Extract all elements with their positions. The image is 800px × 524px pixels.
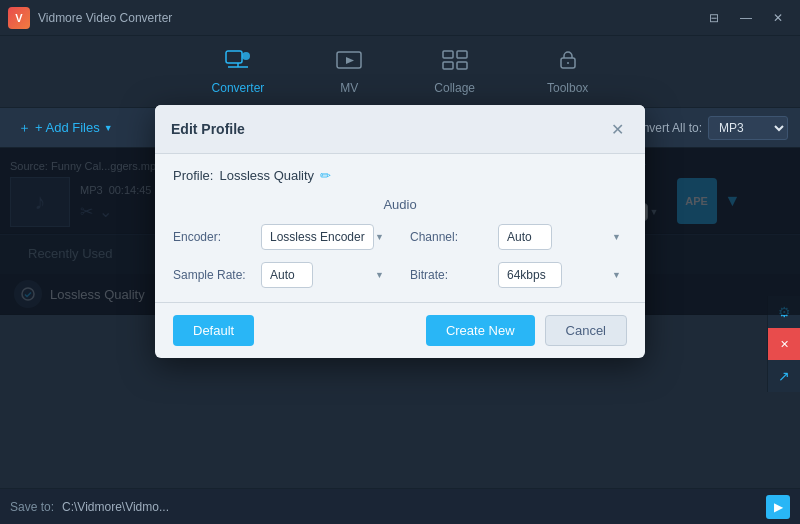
converter-icon	[225, 49, 251, 77]
bottom-bar: Save to: C:\Vidmore\Vidmo... ▶	[0, 488, 800, 524]
modal-title: Edit Profile	[171, 121, 245, 137]
side-close-button[interactable]: ✕	[768, 328, 800, 360]
mv-icon	[336, 49, 362, 77]
form-grid: Encoder: Lossless Encoder MP3 AAC FLAC C…	[173, 224, 627, 288]
save-path: C:\Vidmore\Vidmo...	[62, 500, 758, 514]
encoder-row: Encoder: Lossless Encoder MP3 AAC FLAC	[173, 224, 390, 250]
convert-start-button[interactable]: ▶	[766, 495, 790, 519]
app-logo: V	[8, 7, 30, 29]
nav-converter-label: Converter	[212, 81, 265, 95]
cancel-button[interactable]: Cancel	[545, 315, 627, 346]
convert-all-section: Convert All to: MP3 APE FLAC AAC	[627, 116, 788, 140]
bitrate-label: Bitrate:	[410, 268, 490, 282]
modal-overlay: Edit Profile ✕ Profile: Lossless Quality…	[0, 148, 800, 315]
add-files-button[interactable]: ＋ + Add Files ▼	[12, 115, 119, 141]
nav-collage[interactable]: Collage	[418, 43, 491, 101]
minimize-button[interactable]: ⊟	[700, 8, 728, 28]
profile-edit-icon[interactable]: ✏	[320, 168, 331, 183]
export-icon: ↗	[778, 368, 790, 384]
nav-toolbox-label: Toolbox	[547, 81, 588, 95]
modal-footer: Default Create New Cancel	[155, 302, 645, 358]
channel-row: Channel: Auto Mono Stereo	[410, 224, 627, 250]
title-bar-left: V Vidmore Video Converter	[8, 7, 172, 29]
svg-marker-5	[346, 57, 354, 64]
profile-row: Profile: Lossless Quality ✏	[173, 168, 627, 183]
svg-rect-8	[443, 62, 453, 69]
encoder-label: Encoder:	[173, 230, 253, 244]
modal-body: Profile: Lossless Quality ✏ Audio Encode…	[155, 154, 645, 302]
profile-label: Profile:	[173, 168, 213, 183]
section-audio-label: Audio	[173, 197, 627, 212]
export-icon-button[interactable]: ↗	[768, 360, 800, 392]
channel-select[interactable]: Auto Mono Stereo	[498, 224, 552, 250]
sample-rate-label: Sample Rate:	[173, 268, 253, 282]
nav-mv-label: MV	[340, 81, 358, 95]
close-x-icon: ✕	[780, 338, 789, 351]
main-content: Source: Funny Cal...ggers.mp3 ⓘ ♪ MP3 00…	[0, 148, 800, 315]
dropdown-arrow-icon: ▼	[104, 123, 113, 133]
modal-close-button[interactable]: ✕	[605, 117, 629, 141]
convert-all-select[interactable]: MP3 APE FLAC AAC	[708, 116, 788, 140]
modal-header: Edit Profile ✕	[155, 105, 645, 154]
window-controls: ⊟ — ✕	[700, 8, 792, 28]
app-title: Vidmore Video Converter	[38, 11, 172, 25]
bitrate-select[interactable]: 64kbps 128kbps 192kbps 320kbps	[498, 262, 562, 288]
close-button[interactable]: ✕	[764, 8, 792, 28]
default-button[interactable]: Default	[173, 315, 254, 346]
create-new-button[interactable]: Create New	[426, 315, 535, 346]
encoder-select[interactable]: Lossless Encoder MP3 AAC FLAC	[261, 224, 374, 250]
nav-collage-label: Collage	[434, 81, 475, 95]
svg-rect-9	[457, 62, 467, 69]
sample-rate-select[interactable]: Auto 44100 48000 96000	[261, 262, 313, 288]
save-to-label: Save to:	[10, 500, 54, 514]
svg-rect-0	[226, 51, 242, 63]
svg-point-1	[242, 52, 250, 60]
title-bar: V Vidmore Video Converter ⊟ — ✕	[0, 0, 800, 36]
nav-toolbox[interactable]: Toolbox	[531, 43, 604, 101]
plus-icon: ＋	[18, 119, 31, 137]
edit-profile-modal: Edit Profile ✕ Profile: Lossless Quality…	[155, 105, 645, 358]
svg-rect-6	[443, 51, 453, 58]
channel-label: Channel:	[410, 230, 490, 244]
add-files-label: + Add Files	[35, 120, 100, 135]
svg-rect-7	[457, 51, 467, 58]
collage-icon	[442, 49, 468, 77]
toolbox-icon	[555, 49, 581, 77]
profile-value: Lossless Quality	[219, 168, 314, 183]
maximize-button[interactable]: —	[732, 8, 760, 28]
sample-rate-row: Sample Rate: Auto 44100 48000 96000	[173, 262, 390, 288]
nav-bar: Converter MV Collage	[0, 36, 800, 108]
nav-converter[interactable]: Converter	[196, 43, 281, 101]
nav-mv[interactable]: MV	[320, 43, 378, 101]
bitrate-row: Bitrate: 64kbps 128kbps 192kbps 320kbps	[410, 262, 627, 288]
